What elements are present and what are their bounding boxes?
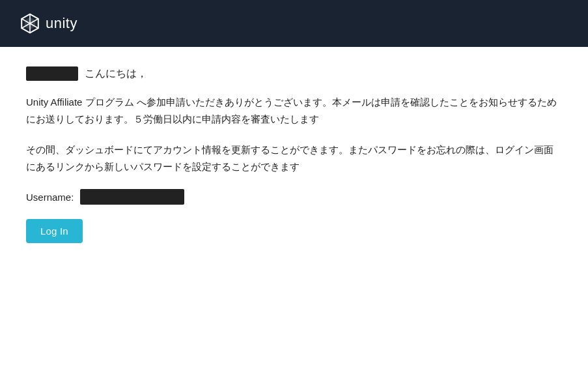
email-container: unity こんにちは， Unity Affiliate プログラム へ参加申請… (0, 0, 588, 365)
greeting-text: こんにちは， (85, 67, 147, 81)
header: unity (0, 0, 588, 47)
paragraph-1: Unity Affiliate プログラム へ参加申請いただきありがとうございま… (26, 94, 562, 127)
username-label: Username: (26, 192, 74, 203)
login-button[interactable]: Log In (26, 219, 83, 243)
username-value-placeholder (80, 189, 184, 205)
unity-logo-icon (20, 13, 40, 34)
paragraph-2: その間、ダッシュボードにてアカウント情報を更新することができます。またパスワード… (26, 141, 562, 175)
unity-logo-text: unity (46, 15, 77, 32)
greeting-row: こんにちは， (26, 66, 562, 81)
username-row: Username: (26, 189, 562, 205)
greeting-username-placeholder (26, 66, 78, 81)
email-content: こんにちは， Unity Affiliate プログラム へ参加申請いただきあり… (0, 47, 588, 269)
unity-logo: unity (20, 13, 77, 34)
